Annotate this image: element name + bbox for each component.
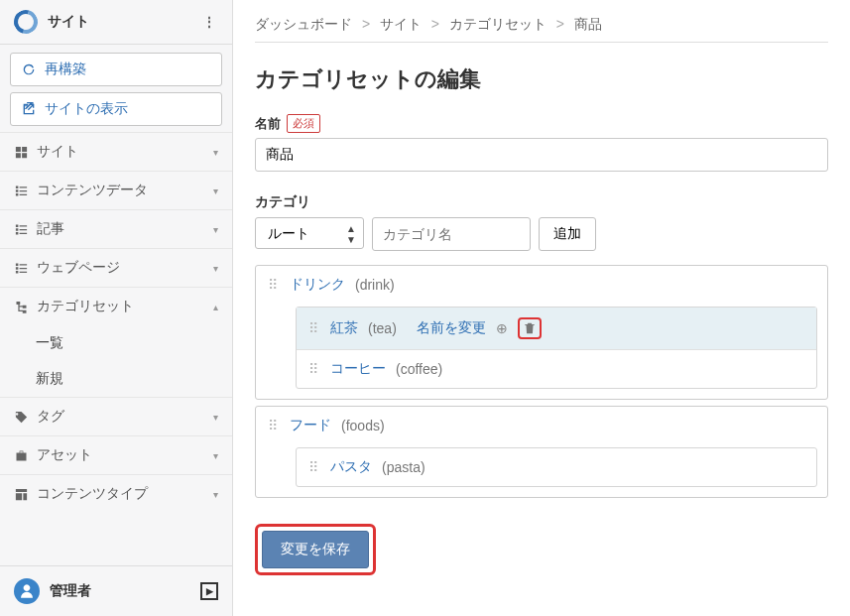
save-button[interactable]: 変更を保存 (262, 531, 369, 568)
nav-tags[interactable]: タグ ▾ (0, 397, 232, 435)
items-icon (14, 222, 29, 237)
logo-icon (10, 6, 43, 39)
items-icon (14, 184, 29, 198)
refresh-icon (21, 62, 37, 77)
root-select[interactable]: ルート (255, 217, 364, 249)
grid-icon (14, 145, 29, 160)
category-name-input[interactable] (372, 217, 531, 251)
chevron-down-icon: ▾ (213, 224, 218, 235)
nav-webpages[interactable]: ウェブページ ▾ (0, 248, 232, 287)
sidebar-header: サイト ⋮ (0, 0, 232, 45)
category-children: ⠿ パスタ (pasta) (296, 447, 817, 487)
nav-assets-label: アセット (37, 446, 92, 464)
nav-content-types[interactable]: コンテンツタイプ ▾ (0, 474, 232, 513)
chevron-down-icon: ▾ (213, 185, 218, 196)
category-block: ⠿ フード (foods) ⠿ パスタ (pasta) (255, 406, 828, 498)
tag-icon (14, 410, 29, 425)
breadcrumb-sep: > (431, 16, 439, 32)
drag-handle-icon[interactable]: ⠿ (308, 325, 320, 332)
chevron-down-icon: ▾ (213, 412, 218, 423)
drag-handle-icon[interactable]: ⠿ (308, 366, 320, 373)
play-icon[interactable]: ▶ (200, 582, 218, 600)
category-slug: (drink) (355, 277, 395, 293)
breadcrumb-item[interactable]: カテゴリセット (449, 16, 546, 32)
user-icon (19, 583, 35, 599)
name-label: 名前 必須 (255, 114, 828, 133)
rebuild-button[interactable]: 再構築 (10, 53, 222, 86)
chevron-down-icon: ▾ (213, 450, 218, 461)
category-slug: (tea) (368, 320, 397, 336)
rename-link[interactable]: 名前を変更 (417, 319, 486, 337)
category-add-row: ルート ▲▼ 追加 (255, 217, 828, 251)
nav-category-set[interactable]: カテゴリセット ▴ (0, 287, 232, 325)
sidebar-button-group: 再構築 サイトの表示 (0, 45, 232, 132)
breadcrumb-sep: > (556, 16, 564, 32)
category-row: ⠿ 紅茶 (tea) 名前を変更 ⊕ (297, 308, 816, 349)
drag-handle-icon[interactable]: ⠿ (268, 423, 280, 430)
nav-articles-label: 記事 (37, 220, 64, 238)
nav-tags-label: タグ (37, 408, 64, 426)
add-child-icon[interactable]: ⊕ (496, 320, 508, 336)
trash-highlight (518, 317, 542, 339)
nav-category-new[interactable]: 新規 (0, 361, 232, 397)
category-row: ⠿ フード (foods) (256, 407, 827, 444)
save-highlight: 変更を保存 (255, 524, 376, 575)
layout-icon (14, 487, 29, 502)
nav-category-list[interactable]: 一覧 (0, 325, 232, 361)
nav-content-data-label: コンテンツデータ (37, 182, 148, 199)
breadcrumb: ダッシュボード > サイト > カテゴリセット > 商品 (255, 12, 828, 51)
category-link[interactable]: 紅茶 (330, 319, 358, 337)
user-name: 管理者 (50, 582, 91, 600)
nav-content-types-label: コンテンツタイプ (37, 485, 148, 503)
page-title: カテゴリセットの編集 (255, 64, 828, 94)
category-label: カテゴリ (255, 193, 828, 211)
required-badge: 必須 (287, 114, 320, 133)
external-link-icon (21, 101, 37, 117)
drag-handle-icon[interactable]: ⠿ (308, 464, 320, 471)
category-link[interactable]: コーヒー (330, 360, 386, 378)
breadcrumb-item[interactable]: ダッシュボード (255, 16, 352, 32)
chevron-down-icon: ▾ (213, 147, 218, 158)
sidebar-title: サイト (48, 13, 89, 31)
category-children: ⠿ 紅茶 (tea) 名前を変更 ⊕ ⠿ コーヒー (coffee) (296, 307, 817, 389)
chevron-up-icon: ▴ (213, 302, 218, 312)
view-site-button[interactable]: サイトの表示 (10, 92, 222, 126)
nav-site-label: サイト (37, 143, 78, 161)
sidebar: サイト ⋮ 再構築 サイトの表示 サイト ▾ コンテンツデータ ▾ 記事 ▾ ウ… (0, 0, 233, 616)
user-footer: 管理者 ▶ (0, 565, 232, 616)
category-row: ⠿ ドリンク (drink) (256, 266, 827, 304)
category-block: ⠿ ドリンク (drink) ⠿ 紅茶 (tea) 名前を変更 ⊕ ⠿ コーヒー… (255, 265, 828, 400)
nav-webpages-label: ウェブページ (37, 259, 120, 277)
chevron-down-icon: ▾ (213, 263, 218, 274)
nav-site[interactable]: サイト ▾ (0, 132, 232, 171)
tree-icon (14, 300, 29, 314)
category-row: ⠿ パスタ (pasta) (297, 448, 816, 486)
main-content: ダッシュボード > サイト > カテゴリセット > 商品 カテゴリセットの編集 … (233, 0, 850, 616)
nav-content-data[interactable]: コンテンツデータ ▾ (0, 171, 232, 209)
nav-category-set-label: カテゴリセット (37, 298, 134, 315)
category-slug: (pasta) (382, 459, 425, 475)
add-button[interactable]: 追加 (539, 217, 596, 251)
category-slug: (foods) (341, 418, 385, 433)
category-slug: (coffee) (396, 361, 442, 377)
category-row: ⠿ コーヒー (coffee) (297, 349, 816, 388)
sidebar-menu-kebab[interactable]: ⋮ (198, 11, 220, 33)
category-link[interactable]: パスタ (330, 458, 372, 476)
items-icon (14, 261, 29, 276)
name-input[interactable] (255, 138, 828, 172)
view-site-label: サイトの表示 (45, 100, 128, 118)
breadcrumb-sep: > (362, 16, 370, 32)
briefcase-icon (14, 448, 29, 463)
breadcrumb-item[interactable]: サイト (380, 16, 422, 32)
rebuild-label: 再構築 (45, 61, 86, 78)
category-link[interactable]: フード (290, 417, 331, 434)
root-select-wrap: ルート ▲▼ (255, 217, 364, 251)
breadcrumb-item[interactable]: 商品 (574, 16, 602, 32)
category-link[interactable]: ドリンク (290, 276, 345, 294)
drag-handle-icon[interactable]: ⠿ (268, 282, 280, 289)
nav-assets[interactable]: アセット ▾ (0, 435, 232, 474)
chevron-down-icon: ▾ (213, 489, 218, 500)
avatar (14, 578, 40, 604)
trash-icon[interactable] (523, 321, 537, 335)
nav-articles[interactable]: 記事 ▾ (0, 209, 232, 248)
